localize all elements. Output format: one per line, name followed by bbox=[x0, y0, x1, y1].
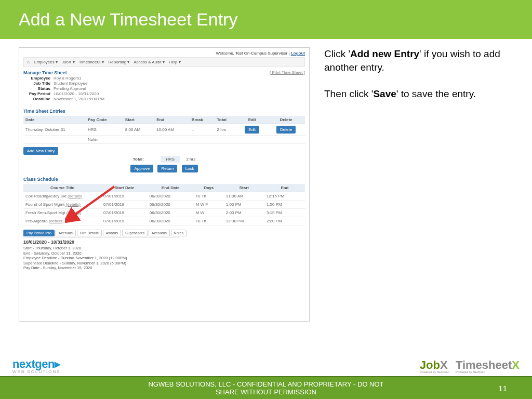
class-table: Course Title Start Date End Date Days St… bbox=[23, 184, 305, 225]
add-new-entry-button[interactable]: Add New Entry bbox=[23, 147, 58, 155]
instructions: Click 'Add new Entry' if you wish to add… bbox=[324, 47, 513, 322]
table-row: Thursday, October 01 HRS 8:00 AM 10:00 A… bbox=[23, 124, 305, 136]
footer-bar: NGWEB SOLUTIONS, LLC - CONFIDENTIAL AND … bbox=[0, 376, 532, 399]
tab-notes[interactable]: Notes bbox=[171, 230, 187, 236]
nav-access[interactable]: Access & Audit ▾ bbox=[134, 60, 165, 64]
tab-accruals[interactable]: Accruals bbox=[56, 230, 76, 236]
totals-row: Total: HRS 2 hrs bbox=[23, 157, 305, 162]
timesheetx-logo: TimesheetX Powered by NextGen bbox=[456, 358, 520, 374]
nav-help[interactable]: Help ▾ bbox=[169, 60, 181, 64]
approve-button[interactable]: Approve bbox=[130, 165, 153, 172]
nextgen-logo: nextgen▸ WEB SOLUTIONS bbox=[12, 357, 61, 374]
nav-home[interactable]: ⌂ bbox=[27, 60, 30, 64]
tab-accounts[interactable]: Accounts bbox=[149, 230, 170, 236]
welcome-bar: Welcome, Test On-Campus Supervisor | Log… bbox=[23, 51, 305, 56]
footer: nextgen▸ WEB SOLUTIONS JobX Powered by N… bbox=[0, 357, 532, 399]
entries-table: Date Pay Code Start End Break Total Edit… bbox=[23, 116, 305, 144]
tab-awards[interactable]: Awards bbox=[103, 230, 121, 236]
return-button[interactable]: Return bbox=[157, 165, 177, 172]
navbar: ⌂ Employees ▾ JobX ▾ TimesheetX ▾ Report… bbox=[23, 57, 305, 67]
lock-button[interactable]: Lock bbox=[182, 165, 198, 172]
table-row: Fresh Sem-Sport Mgt (details)07/01/20190… bbox=[23, 209, 305, 217]
table-row: Pre-Algebra (details)07/01/201906/30/202… bbox=[23, 217, 305, 225]
jobx-logo: JobX Powered by NextGen bbox=[420, 358, 449, 374]
period-range: 10/01/2020 - 10/31/2020 bbox=[23, 240, 305, 245]
nav-jobx[interactable]: JobX ▾ bbox=[62, 60, 74, 64]
entries-title: Time Sheet Entries bbox=[23, 109, 305, 114]
edit-button[interactable]: Edit bbox=[245, 126, 259, 134]
tab-pay-period[interactable]: Pay Period Info bbox=[23, 230, 55, 236]
table-row: Coll Readng&Stdy Skl (details)07/01/2019… bbox=[23, 192, 305, 201]
class-schedule-title: Class Schedule bbox=[23, 177, 305, 182]
nav-employees[interactable]: Employees ▾ bbox=[34, 60, 58, 64]
slide-title: Add a New Timesheet Entry bbox=[0, 0, 532, 39]
nav-reporting[interactable]: Reporting ▾ bbox=[109, 60, 130, 64]
delete-button[interactable]: Delete bbox=[276, 126, 296, 134]
manage-title: Manage Time Sheet bbox=[23, 70, 67, 75]
tabs: Pay Period Info Accruals Hire Details Aw… bbox=[23, 230, 305, 236]
page-number: 11 bbox=[498, 384, 507, 393]
table-row: Found of Sport Mgmt (details)07/01/20190… bbox=[23, 201, 305, 209]
logout-link[interactable]: Logout bbox=[291, 51, 305, 56]
print-link[interactable]: [ Print Time Sheet ] bbox=[270, 70, 305, 75]
tab-hire[interactable]: Hire Details bbox=[77, 230, 102, 236]
nav-tsx[interactable]: TimesheetX ▾ bbox=[79, 60, 104, 64]
tab-supervisors[interactable]: Supervisors bbox=[122, 230, 148, 236]
app-screenshot: Welcome, Test On-Campus Supervisor | Log… bbox=[19, 47, 310, 322]
